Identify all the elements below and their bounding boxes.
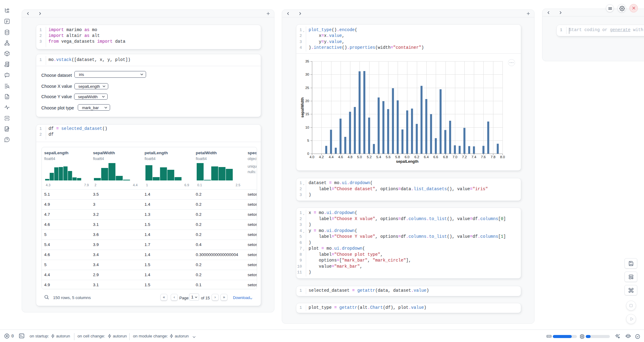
svg-text:4.4: 4.4 <box>329 155 334 159</box>
svg-text:7.6: 7.6 <box>481 155 486 159</box>
svg-text:7.0: 7.0 <box>453 155 457 159</box>
svg-text:sepalWidth: sepalWidth <box>300 97 305 118</box>
svg-text:10: 10 <box>305 126 309 129</box>
svg-text:5.8: 5.8 <box>395 155 400 159</box>
svg-text:5.4: 5.4 <box>376 155 381 159</box>
svg-text:6.8: 6.8 <box>443 155 448 159</box>
svg-text:8.0: 8.0 <box>500 155 505 159</box>
svg-text:4.8: 4.8 <box>348 155 352 159</box>
svg-text:4.0: 4.0 <box>309 155 314 159</box>
svg-text:6.0: 6.0 <box>405 155 410 159</box>
svg-text:20: 20 <box>305 99 309 103</box>
svg-text:5.2: 5.2 <box>367 155 372 159</box>
svg-text:sepalLength: sepalLength <box>396 159 419 164</box>
svg-text:6.6: 6.6 <box>433 155 438 159</box>
svg-text:7.4: 7.4 <box>471 155 477 159</box>
svg-text:35: 35 <box>305 59 309 63</box>
svg-text:0: 0 <box>307 152 309 155</box>
svg-text:4.6: 4.6 <box>338 155 343 159</box>
svg-text:15: 15 <box>305 112 309 116</box>
svg-text:5.6: 5.6 <box>386 155 391 159</box>
svg-text:30: 30 <box>305 73 309 76</box>
svg-text:5.0: 5.0 <box>357 155 362 159</box>
svg-text:25: 25 <box>305 86 309 90</box>
svg-text:6.4: 6.4 <box>424 155 429 159</box>
svg-text:6.2: 6.2 <box>414 155 419 159</box>
svg-text:4.2: 4.2 <box>319 155 324 159</box>
svg-text:7.2: 7.2 <box>462 155 467 159</box>
svg-text:5: 5 <box>307 139 309 142</box>
svg-text:7.8: 7.8 <box>491 155 496 159</box>
